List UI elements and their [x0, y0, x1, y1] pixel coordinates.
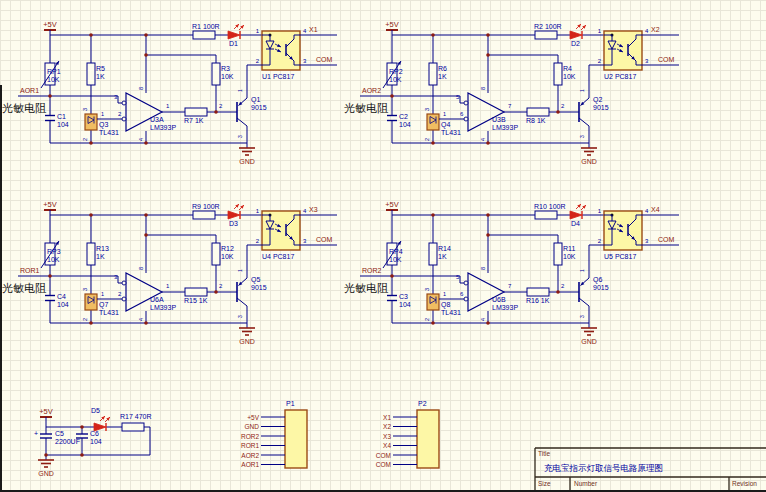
gnd-label: GND — [239, 158, 255, 165]
power-label: +5V — [385, 200, 399, 209]
resistor-base[interactable]: R16 1K — [526, 288, 550, 304]
diode-triangle — [570, 31, 582, 39]
resistor-body — [87, 243, 95, 265]
gnd-label: GND — [581, 338, 597, 345]
potentiometer-RP3[interactable]: RP310K — [41, 241, 61, 268]
shunt-ref-Q3[interactable]: 312Q3TL431 — [82, 108, 123, 141]
gnd-label: GND — [239, 338, 255, 345]
capacitor-C1[interactable]: C1104 — [45, 113, 69, 128]
junction-dot — [144, 33, 148, 37]
designator-value: R17 470R — [120, 413, 152, 420]
designator: U6B — [492, 296, 506, 303]
potentiometer-RP4[interactable]: RP410K — [383, 241, 403, 268]
pin-number: 1 — [256, 208, 260, 214]
junction-dot — [144, 233, 148, 237]
pin-number: 2 — [598, 58, 602, 64]
connector-P2[interactable]: P2X1X2X3X4COMCOM — [376, 400, 439, 468]
designator: U6A — [150, 296, 164, 303]
resistor-R5[interactable]: R51K — [87, 63, 105, 85]
pin-number: 3 — [645, 238, 649, 244]
net-label: COM — [658, 236, 675, 243]
junction-dot — [556, 110, 560, 114]
potentiometer-RP2[interactable]: RP210K — [383, 61, 403, 88]
value: 10K — [563, 253, 576, 260]
collector-diag — [237, 298, 247, 306]
resistor-R11[interactable]: R1110K — [554, 243, 576, 265]
designator: P1 — [286, 400, 295, 407]
resistor-body — [185, 288, 207, 296]
capacitor-C5[interactable]: +C52200UF — [34, 430, 80, 445]
value: TL431 — [99, 129, 119, 136]
resistor-base[interactable]: R8 1K — [526, 108, 549, 124]
resistor-led[interactable]: R9 100R — [192, 203, 220, 219]
pin-circle — [122, 117, 126, 121]
schematic-canvas[interactable]: +5VRP110KAOR1光敏电阻C1104R51K312Q3TL4313218… — [0, 0, 766, 492]
connector-body — [417, 410, 439, 468]
resistor-R12[interactable]: R1210K — [212, 243, 234, 265]
optocoupler-U5[interactable]: 1234U5 PC817 — [598, 208, 649, 260]
resistor-R4[interactable]: R410K — [554, 63, 576, 85]
designator: C4 — [57, 293, 66, 300]
pin-circle — [122, 101, 126, 105]
optocoupler-U4[interactable]: 1234U4 PC817 — [256, 208, 307, 260]
resistor-R14[interactable]: R141K — [429, 243, 451, 265]
gnd-symbol: GND — [581, 328, 597, 345]
circuit-block-2: +5VRP210KAOR2光敏电阻C2104R61K312Q4TL4315678… — [344, 20, 679, 165]
designator: R13 — [96, 245, 109, 252]
opamp-U6B[interactable]: 56784U6BLM393P — [456, 267, 518, 321]
junction-dot — [89, 321, 93, 325]
designator: Q6 — [593, 276, 602, 284]
optocoupler-U1[interactable]: 1234U1 PC817 — [256, 28, 307, 80]
value: 104 — [399, 121, 411, 128]
resistor-R17[interactable]: R17 470R — [120, 413, 152, 431]
designator: C2 — [399, 113, 408, 120]
pin-number: 4 — [138, 318, 144, 321]
value: TL431 — [441, 129, 461, 136]
shunt-ref-Q8[interactable]: 312Q8TL431 — [424, 288, 465, 321]
resistor-led[interactable]: R1 100R — [192, 23, 220, 39]
resistor-R13[interactable]: R131K — [87, 243, 109, 265]
resistor-R3[interactable]: R310K — [212, 63, 234, 85]
designator-value: R2 100R — [534, 23, 562, 30]
resistor-led[interactable]: R10 100R — [534, 203, 566, 219]
value: 10K — [221, 73, 234, 80]
designator: R11 — [563, 245, 575, 252]
potentiometer-RP1[interactable]: RP110K — [41, 61, 61, 88]
capacitor-C4[interactable]: C4104 — [45, 293, 69, 308]
junction-dot — [486, 233, 490, 237]
junction-dot — [80, 425, 84, 429]
opamp-U6A[interactable]: 32184U6ALM393P — [114, 267, 176, 321]
designator: D4 — [571, 220, 580, 227]
connector-P1[interactable]: P1+5VGNDROR2ROR1AOR2AOR1 — [241, 400, 307, 468]
power-label: +5V — [385, 20, 399, 29]
junction-dot — [44, 453, 48, 457]
net-label: +5V — [247, 414, 259, 421]
value: 104 — [399, 301, 411, 308]
designator: RP2 — [389, 68, 403, 75]
resistor-body — [429, 243, 437, 265]
resistor-body — [527, 288, 549, 296]
net-label: COM — [658, 56, 675, 63]
resistor-led[interactable]: R2 100R — [534, 23, 562, 39]
net-label: X4 — [651, 206, 660, 213]
pin-number: 1 — [237, 269, 243, 272]
designator: RP4 — [389, 248, 403, 255]
photoresistor-label: 光敏电阻 — [344, 282, 389, 294]
optocoupler-U2[interactable]: 1234U2 PC817 — [598, 28, 649, 80]
opamp-U3A[interactable]: 32184U3ALM393P — [114, 87, 176, 141]
capacitor-C2[interactable]: C2104 — [387, 113, 411, 128]
pin-number: 8 — [138, 267, 144, 270]
wire — [488, 235, 558, 243]
pin-number: 2 — [219, 283, 223, 289]
junction-dot — [486, 321, 490, 325]
shunt-ref-Q4[interactable]: 312Q4TL431 — [424, 108, 465, 141]
resistor-base[interactable]: R15 1K — [184, 288, 208, 304]
resistor-base[interactable]: R7 1K — [184, 108, 207, 124]
resistor-R6[interactable]: R61K — [429, 63, 447, 85]
opamp-U3B[interactable]: 56784U3BLM393P — [456, 87, 518, 141]
gnd-label: GND — [581, 158, 597, 165]
shunt-ref-Q7[interactable]: 312Q7TL431 — [82, 288, 123, 321]
value: 9015 — [593, 104, 609, 111]
capacitor-C3[interactable]: C3104 — [387, 293, 411, 308]
designator-value: R10 100R — [534, 203, 566, 210]
